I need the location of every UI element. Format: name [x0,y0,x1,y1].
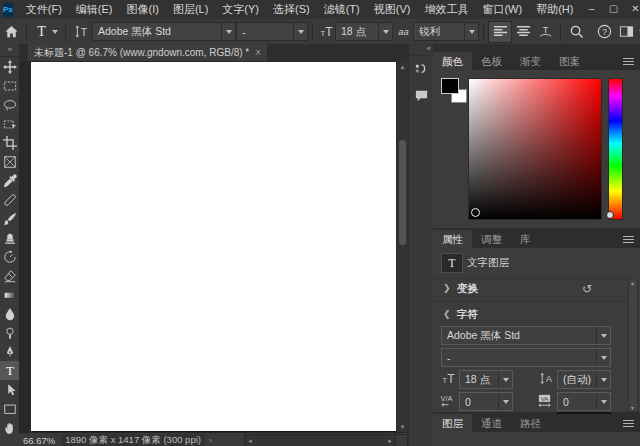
home-icon[interactable] [0,22,22,42]
tab-properties-0[interactable]: 属性 [433,230,472,248]
tab-color-1[interactable]: 色板 [472,52,511,70]
hue-marker[interactable] [606,211,614,219]
document-tab[interactable]: 未标题-1 @ 66.7% (www.gndown.com, RGB/8) * … [28,44,267,61]
tool-rectangle-button[interactable] [0,399,19,418]
tool-history-brush-button[interactable] [0,247,19,266]
vertical-scrollbar-thumb[interactable] [399,140,406,245]
tool-object-selection-button[interactable] [0,114,19,133]
horizontal-scrollbar[interactable]: ◂ ▸ [244,434,396,446]
tool-blur-button[interactable] [0,304,19,323]
close-button[interactable]: ✕ [624,0,640,19]
status-chevron-icon[interactable]: › [209,436,212,445]
search-icon[interactable] [565,22,587,42]
active-tool-preset[interactable] [31,24,61,39]
history-panel-icon[interactable] [409,56,434,82]
color-marker[interactable] [471,208,480,217]
close-icon[interactable]: × [255,47,261,58]
properties-scrollbar[interactable]: ▴ ▾ [628,278,638,412]
properties-font-family-select[interactable]: Adobe 黑体 Std [441,326,611,345]
scroll-right-icon[interactable]: ▸ [385,435,395,446]
tool-crop-button[interactable] [0,133,19,152]
canvas-pasteboard[interactable]: ▴ ▾ [19,61,408,432]
warp-text-button[interactable] [534,22,556,42]
reset-icon[interactable]: ↺ [582,282,592,296]
properties-font-size-select[interactable]: 18 点 [459,370,513,389]
tool-brush-button[interactable] [0,209,19,228]
comment-icon[interactable] [409,82,434,108]
tool-path-selection-button[interactable] [0,380,19,399]
saturation-brightness-field[interactable] [468,78,602,220]
kerning-select[interactable]: 0 [459,392,513,411]
tab-color-3[interactable]: 图案 [550,52,589,70]
tool-spot-healing-button[interactable] [0,190,19,209]
tool-pen-button[interactable] [0,342,19,361]
tab-layers-2[interactable]: 路径 [511,414,550,432]
menu-item-0[interactable]: 文件(F) [19,0,69,19]
tab-properties-2[interactable]: 库 [511,230,540,248]
chevron-down-icon [221,23,235,40]
menu-item-2[interactable]: 图像(I) [120,0,166,19]
leading-select[interactable]: (自动) [557,370,611,389]
tool-hand-button[interactable] [0,418,19,437]
tool-gradient-button[interactable] [0,285,19,304]
color-panel-tabs: 颜色色板渐变图案 [433,52,640,70]
menu-item-4[interactable]: 文字(Y) [215,0,266,19]
tab-color-2[interactable]: 渐变 [511,52,550,70]
tool-dodge-button[interactable] [0,323,19,342]
tab-layers-1[interactable]: 通道 [472,414,511,432]
properties-font-style-select[interactable]: - [441,348,611,367]
font-style-select[interactable]: - [236,22,308,41]
tool-marquee-button[interactable] [0,76,19,95]
panel-menu-icon[interactable] [623,420,634,427]
menu-item-5[interactable]: 选择(S) [266,0,317,19]
tool-lasso-button[interactable] [0,95,19,114]
align-left-button[interactable] [488,21,512,43]
align-center-button[interactable] [512,22,534,42]
menu-item-7[interactable]: 视图(V) [367,0,418,19]
scroll-up-icon[interactable]: ▴ [397,61,408,72]
scroll-left-icon[interactable]: ◂ [245,435,255,446]
clone-stamp-icon [3,231,17,245]
tool-eraser-button[interactable] [0,266,19,285]
transform-section[interactable]: ❯ 变换 ↺ [433,278,628,302]
menu-item-1[interactable]: 编辑(E) [69,0,120,19]
tab-layers-0[interactable]: 图层 [433,414,472,432]
toolbar-expand-button[interactable]: » [0,44,19,57]
menu-item-8[interactable]: 增效工具 [417,0,475,19]
menu-item-6[interactable]: 滤镜(T) [317,0,367,19]
maximize-button[interactable]: ▢ [602,0,624,19]
hue-slider[interactable] [608,78,623,220]
panel-menu-icon[interactable] [623,58,634,65]
vertical-scrollbar[interactable]: ▴ ▾ [396,61,408,432]
dock-collapse-button[interactable]: « [409,44,434,56]
panel-menu-icon[interactable] [623,236,634,243]
tracking-select[interactable]: 0 [557,392,611,411]
menu-item-9[interactable]: 窗口(W) [475,0,529,19]
text-orientation-button[interactable] [70,22,92,42]
tool-type-button[interactable] [0,361,19,380]
scroll-down-icon[interactable]: ▾ [629,404,636,411]
font-size-select[interactable]: 18 点 [335,22,393,41]
tool-eyedropper-button[interactable] [0,171,19,190]
help-icon[interactable] [593,22,615,42]
scroll-up-icon[interactable]: ▴ [629,279,636,286]
font-family-select[interactable]: Adobe 黑体 Std [92,22,236,41]
foreground-color-swatch[interactable] [441,78,459,94]
menu-item-3[interactable]: 图层(L) [166,0,215,19]
panel-toggle-icon[interactable] [615,22,637,42]
tool-clone-stamp-button[interactable] [0,228,19,247]
minimize-button[interactable]: – [580,0,602,19]
color-swatches[interactable] [441,78,471,106]
zoom-level[interactable]: 66.67% [23,435,55,446]
menu-item-10[interactable]: 帮助(H) [529,0,580,19]
anti-alias-select[interactable]: 锐利 [413,22,479,41]
tool-move-button[interactable] [0,57,19,76]
tool-frame-button[interactable] [0,152,19,171]
character-label: 字符 [457,308,478,322]
document-canvas[interactable] [31,62,396,431]
scroll-down-icon[interactable]: ▾ [397,421,408,432]
tab-color-0[interactable]: 颜色 [433,52,472,70]
tab-properties-1[interactable]: 调整 [472,230,511,248]
type-icon [3,364,17,378]
menu-bar: Ps 文件(F)编辑(E)图像(I)图层(L)文字(Y)选择(S)滤镜(T)视图… [0,0,640,19]
